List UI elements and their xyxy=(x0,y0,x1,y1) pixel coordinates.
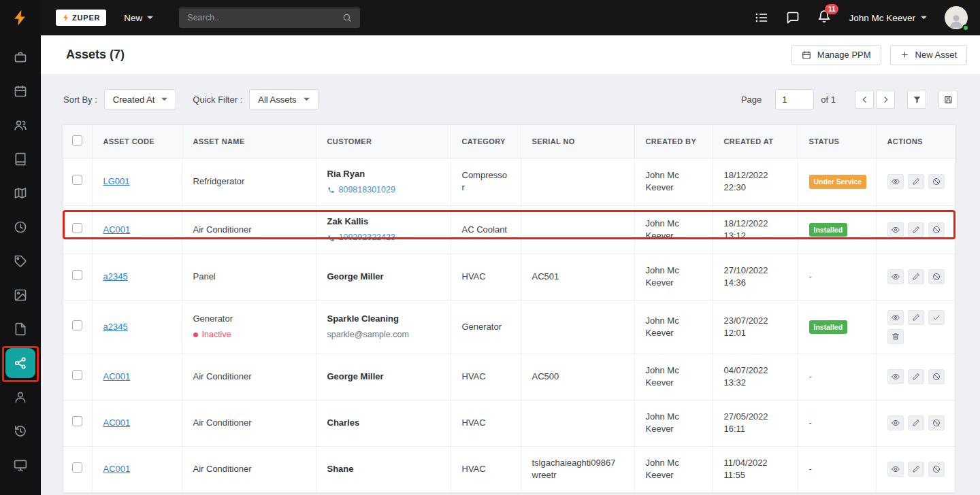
sidebar-item-map[interactable] xyxy=(5,178,35,208)
view-action-button[interactable] xyxy=(887,222,904,237)
avatar[interactable] xyxy=(945,6,968,29)
edit-action-button[interactable] xyxy=(908,415,924,430)
funnel-icon xyxy=(913,95,921,104)
table-row: AC001Air ConditionerCharlesHVACJohn Mc K… xyxy=(63,400,956,446)
customer-name: Sparkle Cleaning xyxy=(327,313,440,325)
quick-filter-select[interactable]: All Assets xyxy=(249,89,318,109)
status-cell: Installed xyxy=(798,206,876,254)
edit-action-button[interactable] xyxy=(908,269,924,284)
sidebar-item-tag[interactable] xyxy=(5,246,35,276)
row-checkbox[interactable] xyxy=(72,223,82,233)
sidebar-item-calendar[interactable] xyxy=(5,76,35,106)
view-action-button[interactable] xyxy=(887,174,904,189)
row-checkbox[interactable] xyxy=(72,416,82,426)
column-header: ASSET CODE xyxy=(92,125,182,158)
block-action-button[interactable] xyxy=(928,462,945,477)
customer-cell: Ria Ryan809818301029 xyxy=(316,158,451,206)
search-icon[interactable] xyxy=(342,13,352,22)
list-icon[interactable] xyxy=(755,11,768,24)
checkbox-cell xyxy=(63,254,92,300)
ban-icon xyxy=(932,373,941,381)
sidebar-item-briefcase[interactable] xyxy=(5,42,35,72)
category-cell: HVAC xyxy=(451,400,521,446)
new-menu-button[interactable]: New xyxy=(124,13,153,23)
sidebar-item-assets[interactable] xyxy=(5,348,35,378)
sidebar-item-user[interactable] xyxy=(5,382,35,412)
block-action-button[interactable] xyxy=(928,269,945,284)
customer-cell: Charles xyxy=(316,400,451,446)
asset-name: Panel xyxy=(193,271,305,283)
view-action-button[interactable] xyxy=(887,462,904,477)
sidebar-item-frame[interactable] xyxy=(5,280,35,310)
edit-action-button[interactable] xyxy=(908,222,924,237)
row-checkbox[interactable] xyxy=(72,320,82,330)
new-asset-button[interactable]: New Asset xyxy=(890,45,967,65)
row-checkbox[interactable] xyxy=(72,175,82,185)
customer-phone: 109292322423 xyxy=(327,232,440,244)
row-checkbox[interactable] xyxy=(72,462,82,473)
asset-code-link[interactable]: AC001 xyxy=(103,224,131,235)
edit-action-button[interactable] xyxy=(908,462,924,477)
inactive-status: Inactive xyxy=(193,329,305,341)
sort-by-select[interactable]: Created At xyxy=(104,89,176,109)
asset-code-link[interactable]: AC001 xyxy=(103,417,131,428)
asset-code-link[interactable]: AC001 xyxy=(103,371,131,381)
list-controls: Sort By : Created At Quick Filter : All … xyxy=(41,74,980,124)
created-at-cell: 11/04/2022 11:55 xyxy=(713,446,798,492)
asset-code-cell: AC001 xyxy=(92,400,182,446)
sidebar-item-monitor[interactable] xyxy=(5,450,35,480)
asset-name-cell: GeneratorInactive xyxy=(182,300,316,354)
edit-action-button[interactable] xyxy=(908,310,924,325)
sidebar-item-history[interactable] xyxy=(5,416,35,446)
block-action-button[interactable] xyxy=(928,222,945,237)
created-by-cell: John Mc Keever xyxy=(634,206,713,254)
manage-ppm-button[interactable]: Manage PPM xyxy=(791,45,881,65)
created-by-cell: John Mc Keever xyxy=(634,446,713,492)
approve-action-button[interactable] xyxy=(928,310,945,325)
asset-code-link[interactable]: AC001 xyxy=(103,464,131,474)
export-button[interactable] xyxy=(938,90,958,109)
bell-icon[interactable]: 11 xyxy=(817,10,831,26)
phone-icon xyxy=(327,235,335,242)
delete-action-button[interactable] xyxy=(887,329,904,344)
status-cell: - xyxy=(798,354,876,400)
actions-cell xyxy=(876,158,956,206)
view-action-button[interactable] xyxy=(887,310,904,325)
table-row: LG001RefridgeratorRia Ryan809818301029Co… xyxy=(63,158,956,206)
filter-button[interactable] xyxy=(907,90,926,109)
view-action-button[interactable] xyxy=(887,269,904,284)
sidebar-item-book[interactable] xyxy=(5,144,35,174)
edit-action-button[interactable] xyxy=(908,174,924,189)
select-all-checkbox[interactable] xyxy=(72,135,82,146)
block-action-button[interactable] xyxy=(928,415,945,430)
asset-code-cell: AC001 xyxy=(92,446,182,492)
row-checkbox[interactable] xyxy=(72,370,82,380)
search-input[interactable] xyxy=(187,13,342,22)
ban-icon xyxy=(932,273,941,281)
sidebar-item-file[interactable] xyxy=(5,314,35,344)
page-number-input[interactable] xyxy=(775,89,814,109)
serial-no-cell xyxy=(521,206,634,254)
sidebar-item-clock[interactable] xyxy=(5,212,35,242)
asset-code-link[interactable]: a2345 xyxy=(103,271,128,281)
asset-code-link[interactable]: a2345 xyxy=(103,322,128,332)
sidebar-item-users[interactable] xyxy=(5,110,35,140)
view-action-button[interactable] xyxy=(887,369,904,384)
asset-name-cell: Air Conditioner xyxy=(182,354,316,400)
view-action-button[interactable] xyxy=(887,415,904,430)
user-menu-button[interactable]: John Mc Keever xyxy=(849,13,927,23)
sidebar-nav xyxy=(5,35,35,480)
row-checkbox[interactable] xyxy=(72,270,82,280)
block-action-button[interactable] xyxy=(928,174,945,189)
chat-icon[interactable] xyxy=(786,11,800,24)
next-page-button[interactable] xyxy=(876,90,895,109)
zuper-logo-icon[interactable] xyxy=(0,0,41,35)
asset-code-link[interactable]: LG001 xyxy=(103,176,130,186)
edit-action-button[interactable] xyxy=(908,369,924,384)
chevron-down-icon xyxy=(147,16,153,20)
eye-icon xyxy=(892,373,900,381)
pencil-icon xyxy=(912,373,920,381)
block-action-button[interactable] xyxy=(928,369,945,384)
prev-page-button[interactable] xyxy=(855,90,874,109)
checkbox-cell xyxy=(63,158,92,206)
